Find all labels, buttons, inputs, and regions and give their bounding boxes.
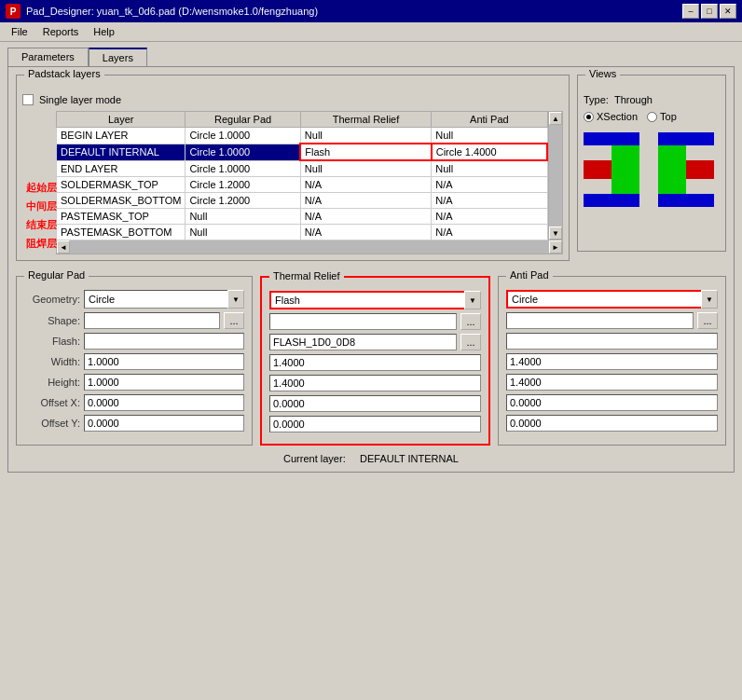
views-type-value: Through [614, 94, 653, 105]
geometry-dropdown[interactable]: Circle [84, 290, 244, 309]
tr-shape-dots-btn[interactable]: ... [460, 313, 481, 330]
flash-label: Flash: [24, 336, 80, 347]
scroll-left-btn[interactable]: ◄ [57, 240, 70, 254]
col-layer: Layer [57, 112, 186, 128]
tr-width-input[interactable] [269, 354, 481, 371]
maximize-button[interactable]: □ [701, 4, 718, 19]
offsety-input[interactable] [84, 415, 244, 432]
offsetx-label: Offset X: [24, 397, 80, 408]
offsetx-row: Offset X: [24, 394, 244, 411]
padstack-layers-label: Padstack layers [24, 68, 104, 79]
width-input[interactable] [84, 353, 244, 370]
radio-group: XSection Top [584, 111, 720, 122]
ap-height-input[interactable] [506, 374, 718, 391]
scroll-right-btn[interactable]: ► [549, 240, 562, 254]
views-type-label: Type: [584, 94, 609, 105]
horizontal-scrollbar[interactable]: ◄ ► [56, 240, 563, 254]
tr-flash-row: ... [269, 334, 481, 350]
padstack-layers-section: Padstack layers Single layer mode 起始层 中间… [16, 75, 570, 268]
table-row[interactable]: SOLDERMASK_TOP Circle 1.2000 N/A N/A [57, 177, 548, 193]
current-layer-row: Current layer: DEFAULT INTERNAL [16, 453, 726, 464]
geometry-row: Geometry: Circle ▼ [24, 290, 244, 309]
scroll-track[interactable] [549, 125, 562, 226]
table-row[interactable]: PASTEMASK_BOTTOM Null N/A N/A [57, 225, 548, 240]
menu-file[interactable]: File [4, 24, 35, 39]
left-annotations: 起始层 中间层 结束层 阻焊层 [26, 178, 57, 253]
thermal-relief-panel: Thermal Relief Flash ▼ ... ... [260, 276, 490, 446]
tab-content: Padstack layers Single layer mode 起始层 中间… [7, 66, 735, 473]
radio-xsection-circle [584, 112, 594, 122]
ap-geometry-dropdown[interactable]: Circle [506, 290, 718, 309]
layers-table: Layer Regular Pad Thermal Relief Anti Pa… [56, 111, 548, 240]
tab-parameters[interactable]: Parameters [7, 48, 89, 66]
ap-flash-row [506, 333, 718, 350]
width-row: Width: [24, 353, 244, 370]
minimize-button[interactable]: – [682, 4, 699, 19]
tab-layers[interactable]: Layers [89, 48, 147, 66]
bottom-panels: Regular Pad Geometry: Circle ▼ Shape: ..… [16, 276, 726, 446]
tr-flash-input[interactable] [269, 334, 457, 350]
scroll-down-btn[interactable]: ▼ [549, 226, 562, 240]
offsety-label: Offset Y: [24, 418, 80, 429]
thermal-relief-label: Thermal Relief [269, 270, 344, 281]
menu-help[interactable]: Help [86, 24, 122, 39]
views-type-row: Type: Through [584, 94, 720, 105]
ap-offsetx-row [506, 394, 718, 411]
anti-pad-label: Anti Pad [506, 269, 553, 281]
tr-flash-dots-btn[interactable]: ... [460, 334, 481, 350]
views-section: Views Type: Through XSection Top [577, 75, 726, 268]
regular-pad-label: Regular Pad [24, 269, 89, 281]
tr-geometry-dropdown[interactable]: Flash [269, 291, 481, 309]
radio-top-circle [647, 112, 657, 122]
radio-top[interactable]: Top [647, 111, 677, 122]
ap-offsetx-input[interactable] [506, 394, 718, 411]
current-layer-value: DEFAULT INTERNAL [360, 453, 459, 464]
app-icon: P [6, 4, 21, 19]
table-row[interactable]: END LAYER Circle 1.0000 Null Null [57, 160, 548, 177]
views-svg [584, 128, 714, 212]
shape-input[interactable] [84, 312, 220, 329]
tr-offsety-row [269, 416, 481, 432]
geometry-label: Geometry: [24, 294, 80, 305]
ap-flash-input[interactable] [506, 333, 718, 350]
single-layer-checkbox[interactable] [22, 94, 34, 105]
table-row[interactable]: SOLDERMASK_BOTTOM Circle 1.2000 N/A N/A [57, 193, 548, 209]
views-diagram [584, 128, 720, 213]
ap-shape-input[interactable] [506, 312, 694, 329]
height-row: Height: [24, 374, 244, 391]
tr-geometry-row: Flash ▼ [269, 291, 481, 309]
col-regular-pad: Regular Pad [186, 112, 300, 128]
top-area: Padstack layers Single layer mode 起始层 中间… [16, 75, 726, 268]
anti-pad-panel: Anti Pad Circle ▼ ... [498, 276, 726, 446]
scroll-h-track[interactable] [70, 240, 549, 254]
height-input[interactable] [84, 374, 244, 391]
tr-offsety-input[interactable] [269, 416, 481, 432]
tr-width-row [269, 354, 481, 371]
tr-height-input[interactable] [269, 375, 481, 391]
table-row-highlighted[interactable]: DEFAULT INTERNAL Circle 1.0000 Flash Cir… [57, 144, 548, 160]
radio-xsection-label: XSection [597, 111, 638, 122]
ap-shape-dots-btn[interactable]: ... [697, 312, 718, 329]
col-thermal-relief: Thermal Relief [300, 112, 431, 128]
tr-height-row [269, 375, 481, 391]
single-layer-label: Single layer mode [39, 94, 121, 105]
table-row[interactable]: BEGIN LAYER Circle 1.0000 Null Null [57, 128, 548, 144]
ap-width-input[interactable] [506, 353, 718, 370]
tr-offsetx-input[interactable] [269, 395, 481, 412]
vertical-scrollbar[interactable]: ▲ ▼ [548, 111, 563, 240]
tr-shape-input[interactable] [269, 313, 457, 330]
ap-offsety-input[interactable] [506, 415, 718, 432]
ap-geometry-row: Circle ▼ [506, 290, 718, 309]
height-label: Height: [24, 377, 80, 388]
menu-reports[interactable]: Reports [35, 24, 87, 39]
shape-row: Shape: ... [24, 312, 244, 329]
shape-label: Shape: [24, 315, 80, 326]
table-row[interactable]: PASTEMASK_TOP Null N/A N/A [57, 209, 548, 225]
offsetx-input[interactable] [84, 394, 244, 411]
shape-dots-btn[interactable]: ... [224, 312, 244, 329]
flash-input[interactable] [84, 333, 244, 350]
flash-row: Flash: [24, 333, 244, 350]
scroll-up-btn[interactable]: ▲ [549, 112, 562, 125]
close-button[interactable]: ✕ [720, 4, 736, 19]
radio-xsection[interactable]: XSection [584, 111, 638, 122]
